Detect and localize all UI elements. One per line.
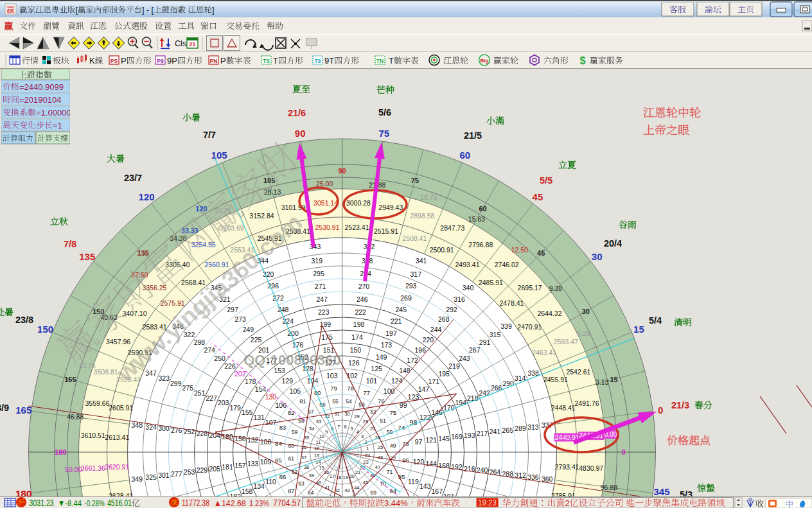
svg-text:221: 221	[391, 317, 402, 325]
svg-text:9P: 9P	[167, 56, 177, 66]
svg-text:Big: Big	[481, 58, 489, 64]
svg-text:13: 13	[314, 453, 319, 459]
svg-text:180: 180	[222, 433, 233, 441]
svg-text:120: 120	[413, 458, 425, 466]
svg-text:79: 79	[330, 385, 337, 392]
svg-text:2491.76: 2491.76	[575, 399, 599, 407]
svg-text:270: 270	[358, 283, 370, 290]
svg-text:2644.32: 2644.32	[538, 310, 562, 317]
svg-text:338: 338	[527, 369, 539, 377]
svg-text:]: ]	[212, 6, 214, 15]
svg-text:87: 87	[288, 487, 295, 495]
svg-text:125: 125	[371, 365, 382, 372]
svg-text:143: 143	[419, 482, 431, 490]
svg-text:297: 297	[227, 306, 238, 313]
svg-text:] - [: ] - [	[142, 6, 154, 15]
svg-text:301: 301	[158, 471, 170, 479]
svg-text:320: 320	[263, 270, 274, 278]
svg-text:45: 45	[533, 191, 543, 202]
svg-text:47: 47	[375, 464, 380, 470]
svg-text:=1: =1	[53, 121, 62, 130]
svg-text:156: 156	[234, 435, 246, 442]
svg-text:241: 241	[490, 428, 501, 435]
svg-text:101: 101	[366, 377, 378, 385]
svg-text:271: 271	[315, 283, 326, 290]
svg-text:2508.41: 2508.41	[402, 234, 427, 242]
svg-text:71: 71	[387, 469, 393, 475]
svg-text:2463.41: 2463.41	[532, 349, 556, 356]
svg-text:PS: PS	[110, 58, 118, 64]
svg-text:3661.36: 3661.36	[81, 464, 105, 472]
svg-text:242: 242	[479, 389, 490, 397]
svg-text:2593.47: 2593.47	[554, 338, 578, 346]
svg-text:52: 52	[370, 408, 376, 415]
svg-text:339: 339	[500, 322, 512, 330]
svg-text:3.44%: 3.44%	[384, 498, 408, 508]
svg-text:133: 133	[247, 460, 259, 468]
svg-text:227: 227	[206, 394, 217, 402]
svg-text:TS: TS	[263, 58, 270, 64]
svg-text:21/6: 21/6	[288, 108, 306, 118]
svg-text:2: 2	[565, 498, 569, 508]
svg-text:2793.41: 2793.41	[555, 463, 579, 471]
svg-text:150: 150	[37, 324, 53, 335]
svg-text:219: 219	[448, 362, 460, 370]
svg-text:T: T	[389, 56, 394, 66]
svg-text:157: 157	[234, 462, 246, 469]
svg-text:129: 129	[282, 377, 294, 385]
svg-text:124: 124	[391, 377, 403, 385]
svg-text:323: 323	[159, 374, 170, 382]
svg-text:54: 54	[346, 398, 352, 405]
svg-text:QQ:100800360: QQ:100800360	[243, 352, 341, 368]
svg-text:63: 63	[298, 480, 304, 487]
svg-text:96: 96	[402, 457, 409, 464]
svg-text:25: 25	[378, 444, 383, 450]
svg-text:11772.38: 11772.38	[182, 498, 209, 508]
svg-text:122: 122	[419, 414, 431, 421]
svg-text:PN: PN	[210, 58, 218, 64]
svg-text:TN: TN	[376, 58, 384, 64]
svg-text:3000.28: 3000.28	[346, 199, 371, 207]
svg-text:2485.91: 2485.91	[479, 279, 503, 286]
svg-text:P: P	[121, 56, 127, 66]
svg-text:3051.14: 3051.14	[313, 199, 338, 207]
svg-text:60: 60	[479, 205, 486, 213]
svg-text:179: 179	[229, 404, 241, 412]
svg-text:48: 48	[378, 455, 383, 460]
svg-text:81: 81	[299, 398, 306, 405]
svg-text:275: 275	[182, 384, 194, 392]
svg-text:3610.51: 3610.51	[81, 432, 105, 439]
svg-text:341: 341	[416, 257, 427, 265]
svg-text:196: 196	[415, 346, 427, 354]
svg-text:106: 106	[276, 401, 287, 409]
svg-text:90: 90	[295, 128, 306, 139]
svg-text:44: 44	[354, 485, 359, 491]
svg-text:197: 197	[385, 329, 397, 337]
svg-text:172: 172	[407, 356, 418, 364]
svg-text:23: 23	[363, 459, 368, 465]
svg-text:2746.02: 2746.02	[495, 261, 519, 268]
svg-text:76: 76	[378, 398, 385, 405]
svg-text:181: 181	[222, 463, 233, 471]
svg-text:317: 317	[410, 270, 422, 278]
svg-text:204: 204	[209, 432, 220, 439]
svg-text:45: 45	[537, 249, 545, 257]
svg-text:202: 202	[234, 370, 246, 378]
svg-text:195: 195	[438, 370, 450, 378]
svg-text:75: 75	[390, 409, 397, 416]
svg-text:150: 150	[350, 346, 362, 354]
svg-text:198: 198	[353, 320, 365, 328]
svg-text:4516.01: 4516.01	[107, 498, 132, 508]
svg-text:70: 70	[380, 480, 386, 487]
svg-text:126: 126	[348, 359, 360, 367]
svg-text:5/4: 5/4	[649, 315, 662, 326]
svg-text:97: 97	[415, 438, 423, 446]
svg-text:295: 295	[313, 270, 324, 277]
svg-text:59: 59	[292, 429, 298, 435]
svg-text:0: 0	[621, 448, 625, 456]
svg-text:33: 33	[316, 419, 321, 425]
svg-text:39: 39	[309, 473, 314, 478]
svg-text:=1.00000: =1.00000	[36, 108, 71, 118]
svg-text:105: 105	[211, 150, 227, 161]
svg-text:3152.84: 3152.84	[250, 212, 274, 220]
